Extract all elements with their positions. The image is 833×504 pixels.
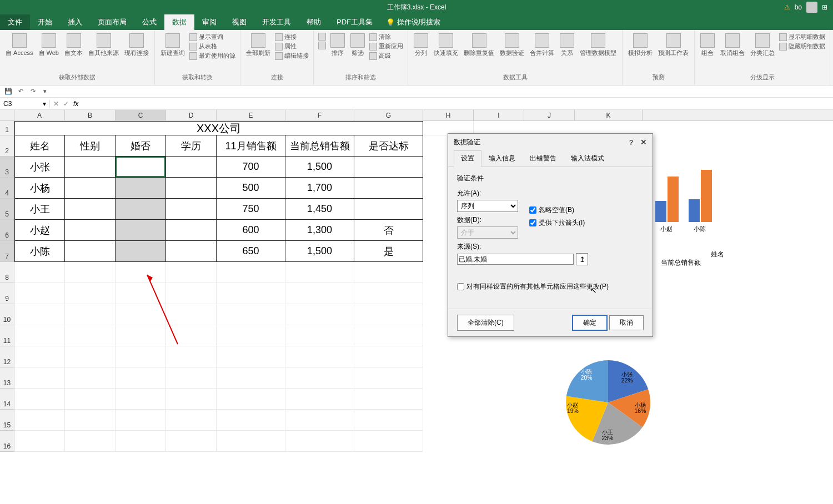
cell[interactable] <box>116 304 166 325</box>
clear-filter-button[interactable]: 清除 <box>369 32 403 42</box>
cell[interactable] <box>65 199 116 220</box>
user-avatar-icon[interactable] <box>806 2 817 13</box>
cell[interactable] <box>166 241 217 262</box>
cell[interactable] <box>14 389 65 410</box>
ok-button[interactable]: 确定 <box>572 315 608 331</box>
cell[interactable] <box>65 157 116 178</box>
col-F[interactable]: F <box>285 110 354 120</box>
hide-detail-button[interactable]: 隐藏明细数据 <box>779 42 825 51</box>
tell-me[interactable]: 💡 操作说明搜索 <box>380 14 446 30</box>
cell[interactable] <box>217 325 285 346</box>
cell[interactable] <box>166 178 217 199</box>
cell[interactable] <box>217 410 285 431</box>
cell[interactable] <box>166 325 217 346</box>
cell-C3-active[interactable] <box>116 157 166 178</box>
remove-dup-button[interactable]: 删除重复值 <box>463 32 495 58</box>
cell-header[interactable]: 是否达标 <box>354 135 423 157</box>
cell[interactable]: 否 <box>354 220 423 241</box>
row-1[interactable]: 1 <box>0 121 14 135</box>
edit-links-button[interactable]: 编辑链接 <box>275 51 309 61</box>
cell[interactable] <box>14 346 65 367</box>
cell[interactable] <box>354 325 423 346</box>
tab-data[interactable]: 数据 <box>164 14 194 30</box>
cell[interactable] <box>14 283 65 304</box>
data-validation-button[interactable]: 数据验证 <box>499 32 525 58</box>
cell[interactable] <box>217 431 285 452</box>
cell-header[interactable]: 当前总销售额 <box>285 135 354 157</box>
col-K[interactable]: K <box>575 110 643 120</box>
cell[interactable] <box>285 346 354 367</box>
cell[interactable] <box>166 262 217 283</box>
apply-all-checkbox[interactable] <box>457 283 464 290</box>
tab-developer[interactable]: 开发工具 <box>254 14 299 30</box>
cell[interactable] <box>285 410 354 431</box>
sort-button[interactable]: 排序 <box>329 32 346 58</box>
cell[interactable] <box>354 262 423 283</box>
cell[interactable] <box>65 262 116 283</box>
cell[interactable] <box>217 367 285 389</box>
from-other-button[interactable]: 自其他来源 <box>87 32 120 58</box>
from-text-button[interactable]: 自文本 <box>63 32 84 58</box>
cell[interactable] <box>65 389 116 410</box>
undo-icon[interactable]: ↶ <box>16 87 26 97</box>
cell[interactable] <box>217 304 285 325</box>
col-C[interactable]: C <box>116 110 166 120</box>
col-I[interactable]: I <box>474 110 524 120</box>
cell[interactable]: 600 <box>217 220 285 241</box>
dropdown-checkbox[interactable] <box>529 219 536 226</box>
cell[interactable] <box>116 262 166 283</box>
cell[interactable] <box>166 157 217 178</box>
cell[interactable] <box>354 346 423 367</box>
cell-C4[interactable] <box>116 178 166 199</box>
cell[interactable] <box>65 367 116 389</box>
dlg-tab-input-msg[interactable]: 输入信息 <box>481 150 523 167</box>
flash-fill-button[interactable]: 快速填充 <box>433 32 459 58</box>
cell[interactable]: 700 <box>217 157 285 178</box>
cell[interactable] <box>65 241 116 262</box>
cell[interactable] <box>116 367 166 389</box>
col-B[interactable]: B <box>65 110 116 120</box>
row-12[interactable]: 12 <box>0 346 14 367</box>
cell-header[interactable]: 11月销售额 <box>217 135 285 157</box>
cell[interactable] <box>166 199 217 220</box>
whatif-button[interactable]: 模拟分析 <box>627 32 654 58</box>
cell[interactable]: 500 <box>217 178 285 199</box>
cancel-button[interactable]: 取消 <box>609 315 644 330</box>
cell[interactable] <box>14 410 65 431</box>
cell[interactable] <box>65 346 116 367</box>
row-7[interactable]: 7 <box>0 241 14 262</box>
existing-conn-button[interactable]: 现有连接 <box>123 32 150 58</box>
cell[interactable]: 1,300 <box>285 220 354 241</box>
tab-view[interactable]: 视图 <box>224 14 254 30</box>
cell[interactable] <box>217 262 285 283</box>
range-picker-icon[interactable]: ↥ <box>576 253 588 265</box>
cell[interactable] <box>65 325 116 346</box>
cell[interactable]: 1,450 <box>285 199 354 220</box>
row-5[interactable]: 5 <box>0 199 14 220</box>
ungroup-button[interactable]: 取消组合 <box>719 32 746 58</box>
bar-chart[interactable]: 小赵 小陈 <box>655 167 733 233</box>
cell[interactable] <box>116 325 166 346</box>
from-web-button[interactable]: 自 Web <box>38 32 60 58</box>
dlg-tab-ime[interactable]: 输入法模式 <box>564 150 611 167</box>
cell[interactable] <box>354 304 423 325</box>
cell[interactable]: 小陈 <box>14 241 65 262</box>
cell[interactable]: 650 <box>217 241 285 262</box>
cell[interactable] <box>354 410 423 431</box>
cell[interactable] <box>354 199 423 220</box>
cell[interactable] <box>285 325 354 346</box>
allow-select[interactable]: 序列 <box>457 200 518 212</box>
cell[interactable] <box>166 346 217 367</box>
row-6[interactable]: 6 <box>0 220 14 241</box>
cell[interactable] <box>65 283 116 304</box>
cell[interactable] <box>116 389 166 410</box>
col-G[interactable]: G <box>354 110 423 120</box>
redo-icon[interactable]: ↷ <box>28 87 38 97</box>
chevron-down-icon[interactable]: ▾ <box>43 100 46 108</box>
cell-title[interactable]: XXX公司 <box>14 121 423 135</box>
cell[interactable] <box>354 389 423 410</box>
cell[interactable] <box>217 389 285 410</box>
cell[interactable] <box>354 178 423 199</box>
row-2[interactable]: 2 <box>0 135 14 157</box>
select-all-corner[interactable] <box>0 110 14 120</box>
